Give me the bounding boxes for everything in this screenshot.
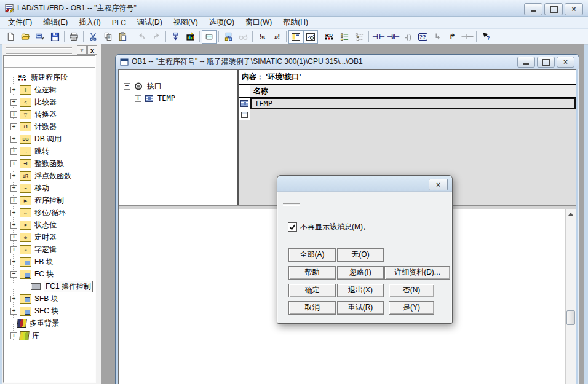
cut-button[interactable] [85, 30, 100, 44]
sidebar-item-multi-instance[interactable]: 多重背景 [4, 317, 95, 329]
sidebar-item-fc1[interactable]: FC1 操作控制 [4, 280, 95, 292]
dialog-title-bar[interactable] [277, 176, 452, 192]
ok-button[interactable]: 确定 [288, 284, 336, 297]
expand-icon[interactable]: + [10, 99, 17, 106]
coil-button[interactable]: -( ) [400, 30, 415, 44]
symbol-information-button[interactable] [221, 30, 236, 44]
monitor-variable-button[interactable] [183, 30, 197, 44]
sidebar-item-new-network[interactable]: H:O新建程序段 [4, 71, 95, 84]
menu-edit[interactable]: 编辑(E) [38, 17, 73, 28]
expand-icon[interactable]: + [10, 332, 17, 339]
details-button[interactable]: 详细资料(D)... [384, 266, 450, 280]
sidebar-item-sfb-blocks[interactable]: +SFB 块 [4, 292, 95, 305]
save-button[interactable] [47, 30, 62, 44]
expand-icon[interactable]: + [10, 259, 17, 265]
sidebar-item-counter[interactable]: ++1计数器 [4, 120, 95, 133]
expand-icon[interactable]: + [10, 197, 17, 204]
sidebar-item-move[interactable]: +~移动 [4, 182, 95, 194]
vertical-scrollbar[interactable] [565, 209, 576, 384]
expand-icon[interactable]: + [10, 123, 17, 130]
exit-button[interactable]: 退出(X) [337, 284, 384, 297]
declaration-name-cell[interactable]: TEMP [250, 98, 576, 109]
help-pointer-button[interactable]: ? [479, 30, 493, 44]
copy-button[interactable] [100, 30, 115, 44]
help-button[interactable]: 帮助 [288, 266, 336, 280]
menu-options[interactable]: 选项(O) [204, 17, 240, 28]
scroll-up-button[interactable] [566, 209, 576, 219]
redo-button[interactable] [149, 30, 164, 44]
minimize-button[interactable] [524, 3, 542, 15]
open-online-button[interactable] [33, 30, 47, 44]
download-button[interactable] [168, 30, 183, 44]
call-structure-button[interactable] [352, 30, 367, 44]
expand-icon[interactable]: + [135, 95, 141, 102]
empty-box-button[interactable]: ?? [415, 30, 430, 44]
sidebar-item-jump[interactable]: +→跳转 [4, 145, 95, 157]
sidebar-item-shift-rotate[interactable]: +↔移位/循环 [4, 206, 95, 219]
overview-toggle[interactable] [288, 30, 303, 44]
dont-show-again-checkbox[interactable] [288, 222, 297, 232]
expand-icon[interactable]: + [10, 148, 17, 155]
expand-icon[interactable]: + [10, 296, 17, 302]
no-button[interactable]: 否(N) [389, 284, 434, 297]
declaration-tree-item-interface[interactable]: −接口 [119, 80, 237, 92]
print-button[interactable] [66, 30, 81, 44]
expand-icon[interactable]: + [10, 308, 17, 315]
sidebar-item-db-call[interactable]: +DBDB 调用 [4, 133, 95, 145]
pane-dropdown-button[interactable]: ▼ [77, 45, 87, 55]
scrollbar-thumb[interactable] [566, 310, 575, 325]
collapse-icon[interactable]: − [10, 271, 17, 278]
cancel-button[interactable]: 取消 [288, 301, 336, 315]
connector-button[interactable]: ⊣— [459, 30, 474, 44]
retry-button[interactable]: 重试(R) [337, 301, 384, 315]
dialog-close-button[interactable]: × [429, 179, 448, 190]
table-row[interactable]: TEMP [239, 98, 576, 109]
new-button[interactable] [3, 30, 18, 44]
expand-icon[interactable]: + [10, 246, 17, 253]
declaration-tree-item-temp-section[interactable]: +TEMP [119, 92, 237, 104]
sidebar-item-libraries[interactable]: +库 [4, 329, 95, 342]
expand-icon[interactable]: + [10, 234, 17, 241]
sidebar-item-float-functions[interactable]: +±R浮点数函数 [4, 170, 95, 182]
none-button[interactable]: 无(O) [337, 248, 384, 262]
sidebar-item-fc-blocks[interactable]: −FC 块 [4, 268, 95, 280]
next-error-button[interactable]: »! [269, 30, 284, 44]
ignore-button[interactable]: 忽略(I) [337, 266, 384, 280]
sidebar-item-status-bits[interactable]: +≠状态位 [4, 219, 95, 231]
program-elements-button[interactable] [337, 30, 352, 44]
collapse-icon[interactable]: − [124, 83, 130, 90]
menu-help[interactable]: 帮助(H) [277, 17, 314, 28]
pane-grabber[interactable] [6, 47, 72, 55]
normally-open-contact-button[interactable]: ⊣ ⊢ [371, 30, 386, 44]
menu-file[interactable]: 文件(F) [2, 17, 38, 28]
sidebar-item-converter[interactable]: +▽转换器 [4, 108, 95, 120]
menu-insert[interactable]: 插入(I) [73, 17, 106, 28]
sidebar-item-sfc-blocks[interactable]: +SFC 块 [4, 305, 95, 317]
expand-icon[interactable]: + [10, 185, 17, 192]
expand-icon[interactable]: + [10, 136, 17, 143]
open-button[interactable] [18, 30, 33, 44]
symbolic-representation-toggle[interactable] [202, 30, 217, 44]
paste-button[interactable] [115, 30, 130, 44]
editor-title-bar[interactable]: OB1 -- "主程序符号" -- 瓶子灌装例子\SIMATIC 300(1)\… [116, 55, 579, 69]
yes-button[interactable]: 是(Y) [389, 301, 434, 315]
menu-view[interactable]: 视图(V) [168, 17, 204, 28]
expand-icon[interactable]: + [10, 210, 17, 216]
undo-button[interactable] [134, 30, 149, 44]
expand-icon[interactable]: + [10, 222, 17, 229]
expand-icon[interactable]: + [10, 160, 17, 167]
close-branch-button[interactable]: ↱ [445, 30, 459, 44]
expand-icon[interactable]: + [10, 87, 17, 93]
menu-plc[interactable]: PLC [106, 18, 132, 28]
sidebar-item-fb-blocks[interactable]: +FB 块 [4, 256, 95, 268]
editor-close-button[interactable]: × [557, 57, 574, 68]
expand-icon[interactable]: + [10, 173, 17, 179]
editor-maximize-button[interactable] [537, 57, 555, 68]
open-branch-button[interactable]: ↳ [430, 30, 445, 44]
normally-closed-contact-button[interactable]: ⊣/⊢ [386, 30, 400, 44]
close-button[interactable]: × [565, 3, 583, 15]
sidebar-item-word-logic[interactable]: +≡字逻辑 [4, 243, 95, 256]
sidebar-item-comparator[interactable]: +<比较器 [4, 96, 95, 108]
new-network-button[interactable]: H:O [322, 30, 337, 44]
pane-close-button[interactable]: x [87, 45, 97, 55]
